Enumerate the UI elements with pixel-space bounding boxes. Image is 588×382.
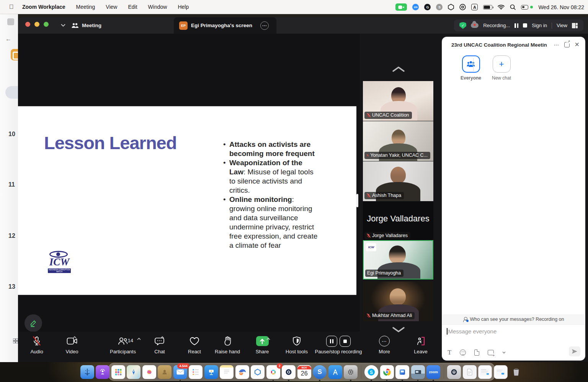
share-button[interactable]: Share	[245, 335, 279, 354]
tab-shared-screen[interactable]: EP Egi Primayogha's screen ⋯	[174, 17, 276, 34]
chat-privacy-notice[interactable]: Who can see your messages? Recording on	[443, 314, 585, 324]
wifi-icon[interactable]	[498, 5, 505, 10]
scroll-down-chevron[interactable]	[392, 326, 405, 333]
participants-options-chevron[interactable]	[137, 338, 141, 340]
video-tile-ashish[interactable]: Ashish Thapa	[363, 161, 433, 201]
battery-icon[interactable]	[483, 5, 492, 10]
attach-file-icon[interactable]	[474, 349, 479, 356]
chat-more-options-icon[interactable]: ⋯	[554, 42, 559, 48]
dock-blue-window-app-icon[interactable]	[395, 365, 409, 379]
message-input[interactable]: Message everyone	[447, 328, 497, 335]
scroll-up-chevron[interactable]	[392, 66, 405, 73]
menu-edit[interactable]: Edit	[128, 4, 137, 10]
video-tile-mukhtar[interactable]: Mukhtar Ahmad Ali	[363, 281, 433, 321]
chat-message-list[interactable]	[442, 88, 585, 314]
video-tile-yonatan[interactable]: Yonatan Yakir, UNCAC C...	[363, 121, 433, 161]
stop-recording-icon[interactable]	[523, 23, 527, 28]
sign-in-button[interactable]: Sign in	[532, 23, 547, 28]
apple-menu-icon[interactable]: 	[9, 3, 14, 10]
dock-contacts-icon[interactable]	[158, 365, 172, 379]
leave-button[interactable]: Leave	[403, 335, 438, 354]
view-button[interactable]: View	[557, 23, 567, 28]
dock-s-app-icon[interactable]: S	[313, 365, 327, 379]
s-menubar-icon[interactable]: S	[436, 4, 443, 10]
chat-tab-new-chat[interactable]: + New chat	[488, 55, 515, 81]
dock-trash-icon[interactable]	[509, 365, 523, 379]
more-button[interactable]: ⋯ More	[367, 335, 402, 354]
send-message-button[interactable]	[569, 346, 580, 356]
minimize-window-button[interactable]	[34, 22, 39, 27]
grid-view-icon[interactable]	[13, 338, 18, 343]
close-chat-icon[interactable]: ✕	[575, 41, 580, 48]
dock-screen-preview-icon[interactable]	[411, 365, 425, 379]
stop-recording-button[interactable]	[340, 336, 351, 347]
grammarly-icon[interactable]: G	[424, 4, 431, 10]
pause-recording-button[interactable]	[326, 336, 337, 347]
dock-calendar-icon[interactable]: NOV26	[297, 365, 311, 379]
video-tile-egi-active[interactable]: ICW Egi Primayogha	[363, 240, 433, 280]
dock-reminders-icon[interactable]	[189, 365, 203, 379]
one-password-menubar-icon[interactable]	[459, 4, 466, 10]
dock-one-password-icon[interactable]	[282, 365, 296, 379]
audio-button[interactable]: Audio	[20, 335, 54, 354]
video-tile-jorge[interactable]: Jorge Valladares Jorge Valladares	[363, 202, 433, 241]
participants-button[interactable]: 14 Participants	[102, 335, 144, 354]
video-options-chevron[interactable]	[73, 336, 77, 339]
dock-finder-icon[interactable]	[80, 365, 94, 379]
video-button[interactable]: Video	[55, 335, 89, 354]
tab-meeting[interactable]: Meeting	[72, 17, 101, 34]
more-input-options-chevron[interactable]	[502, 351, 506, 354]
dock-document-file-icon[interactable]	[463, 365, 477, 379]
share-options-chevron[interactable]	[266, 338, 270, 340]
chat-tab-everyone[interactable]: Everyone	[457, 55, 484, 81]
audio-options-chevron[interactable]	[35, 336, 39, 339]
dock-mail-icon[interactable]: 4.544	[173, 365, 187, 379]
menu-window[interactable]: Window	[148, 4, 167, 10]
back-arrow-icon[interactable]: ←	[5, 36, 11, 42]
menu-clock[interactable]: Wed 26. Nov 08:22	[538, 4, 584, 10]
dock-photos-icon[interactable]	[142, 365, 156, 379]
format-text-icon[interactable]: T	[448, 349, 451, 356]
dock-hexagon-app-icon[interactable]	[251, 365, 265, 379]
dock-zoom-icon[interactable]: zoom	[426, 365, 440, 379]
dock-chrome-icon[interactable]	[380, 365, 394, 379]
dock-minimized-window-1[interactable]	[478, 365, 492, 379]
chat-button[interactable]: Chat	[142, 335, 177, 354]
input-source-icon[interactable]: A	[471, 4, 478, 10]
screenshot-icon[interactable]	[488, 350, 494, 355]
dock-app-store-icon[interactable]	[328, 365, 342, 379]
view-layout-icon[interactable]	[572, 23, 578, 28]
dock-maps-icon[interactable]	[127, 365, 140, 379]
annotate-button[interactable]	[24, 314, 42, 332]
zoom-menubar-icon[interactable]: zm	[412, 4, 419, 10]
pause-stop-recording-button[interactable]: Pause/stop recording	[306, 335, 371, 354]
dock-one-password-alt-icon[interactable]	[447, 365, 461, 379]
menu-meeting[interactable]: Meeting	[76, 4, 95, 10]
react-button[interactable]: React	[177, 335, 212, 354]
dock-minimized-window-2[interactable]	[494, 365, 508, 379]
dock-settings-icon[interactable]	[344, 365, 358, 379]
pop-out-icon[interactable]	[564, 42, 570, 47]
spotlight-icon[interactable]	[510, 4, 516, 10]
chevron-down-icon[interactable]	[61, 24, 65, 27]
fullscreen-window-button[interactable]	[44, 22, 49, 27]
hexagon-app-icon[interactable]	[448, 4, 454, 10]
raise-hand-button[interactable]: Raise hand	[210, 335, 245, 354]
pause-recording-icon[interactable]	[514, 23, 518, 28]
camera-active-indicator[interactable]	[395, 3, 407, 11]
menu-app-name[interactable]: Zoom Workplace	[22, 4, 65, 10]
dock-podcasts-icon[interactable]	[96, 365, 109, 379]
dock-wave-app-icon[interactable]	[235, 365, 249, 379]
scroll-indicator[interactable]	[356, 194, 358, 207]
emoji-icon[interactable]	[460, 349, 466, 356]
dock-launchpad-icon[interactable]	[111, 365, 125, 379]
dock-slack-icon[interactable]: 2	[266, 365, 280, 379]
video-tile-uncac[interactable]: UNCAC Coalition	[363, 81, 433, 121]
chat-options-chevron[interactable]	[160, 336, 164, 339]
control-center-icon[interactable]	[521, 5, 528, 10]
dock-skype-icon[interactable]: S	[364, 365, 378, 379]
close-window-button[interactable]	[25, 22, 30, 27]
security-shield-icon[interactable]: ✓	[459, 22, 466, 29]
menu-view[interactable]: View	[106, 4, 117, 10]
dock-notes-icon[interactable]	[220, 365, 234, 379]
